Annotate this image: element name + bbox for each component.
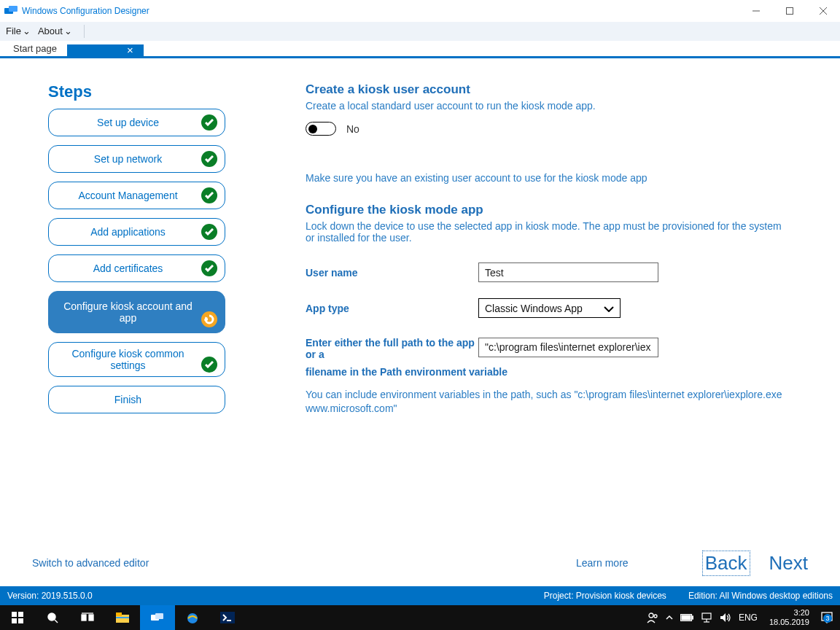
menu-bar: File⌄ About⌄ xyxy=(0,22,840,41)
battery-icon[interactable] xyxy=(680,614,693,621)
section-create-kiosk-desc: Create a local standard user account to … xyxy=(306,100,787,112)
switch-to-advanced-link[interactable]: Switch to advanced editor xyxy=(32,557,149,569)
pending-icon xyxy=(201,311,217,327)
menu-about[interactable]: About⌄ xyxy=(38,26,72,36)
svg-rect-3 xyxy=(787,8,793,15)
step-label: Finish xyxy=(114,394,141,405)
svg-rect-13 xyxy=(89,615,93,621)
tab-project[interactable]: × xyxy=(67,44,144,56)
learn-more-link[interactable]: Learn more xyxy=(576,557,629,569)
svg-line-11 xyxy=(55,620,58,623)
apptype-value: Classic Windows App xyxy=(485,303,583,314)
search-button[interactable] xyxy=(35,605,70,630)
menu-file[interactable]: File⌄ xyxy=(6,26,31,36)
status-edition-label: Edition: xyxy=(688,591,718,601)
path-label-part1: Enter either the full path to the app or… xyxy=(306,334,478,360)
step-label: Configure kiosk common settings xyxy=(56,348,200,371)
svg-rect-19 xyxy=(155,613,163,619)
chevron-down-icon xyxy=(604,303,614,314)
clock[interactable]: 3:20 18.05.2019 xyxy=(765,608,814,627)
tab-start-page[interactable]: Start page xyxy=(6,41,67,56)
svg-rect-8 xyxy=(12,618,17,623)
check-icon xyxy=(201,114,217,131)
step-finish[interactable]: Finish xyxy=(48,386,225,413)
svg-marker-31 xyxy=(720,613,726,622)
step-label: Account Management xyxy=(78,190,177,201)
check-icon xyxy=(201,151,217,167)
create-kiosk-user-toggle[interactable] xyxy=(306,122,336,136)
check-icon xyxy=(201,357,217,373)
language-indicator[interactable]: ENG xyxy=(739,612,758,623)
username-label: User name xyxy=(306,267,478,279)
check-icon xyxy=(201,260,217,276)
taskbar-internet-explorer[interactable] xyxy=(175,605,210,630)
svg-rect-9 xyxy=(18,618,23,623)
step-label: Set up network xyxy=(94,153,162,165)
check-icon xyxy=(201,224,217,240)
status-bar: Version: 2019.515.0.0 Project: Provision… xyxy=(0,586,840,605)
step-add-certificates[interactable]: Add certificates xyxy=(48,254,225,282)
svg-rect-12 xyxy=(82,615,86,621)
back-button[interactable]: Back xyxy=(704,552,749,575)
step-account-management[interactable]: Account Management xyxy=(48,182,225,209)
task-view-button[interactable] xyxy=(70,605,105,630)
apptype-label: App type xyxy=(306,303,478,314)
status-project-label: Project: xyxy=(544,591,574,601)
action-center-icon[interactable]: 3 xyxy=(821,612,833,623)
step-set-up-device[interactable]: Set up device xyxy=(48,109,225,136)
app-path-input[interactable] xyxy=(478,338,658,357)
start-button[interactable] xyxy=(0,605,35,630)
svg-point-24 xyxy=(654,615,657,618)
volume-icon[interactable] xyxy=(720,612,731,623)
app-icon xyxy=(4,6,18,16)
step-add-applications[interactable]: Add applications xyxy=(48,218,225,246)
section-configure-app-heading: Configure the kiosk mode app xyxy=(306,203,787,217)
network-icon[interactable] xyxy=(701,612,712,623)
apptype-select[interactable]: Classic Windows App xyxy=(478,298,621,318)
step-label: Configure kiosk account and app xyxy=(56,296,200,324)
step-configure-kiosk-account[interactable]: Configure kiosk account and app xyxy=(48,291,225,333)
section-configure-app-desc: Lock down the device to use the selected… xyxy=(306,220,787,244)
path-label-part2: filename in the Path environment variabl… xyxy=(306,366,787,378)
window-maximize-button[interactable] xyxy=(773,0,806,22)
svg-rect-28 xyxy=(702,613,711,619)
path-help-text: You can include environment variables in… xyxy=(306,388,787,416)
step-label: Add certificates xyxy=(93,262,163,274)
svg-rect-6 xyxy=(12,612,17,617)
svg-point-10 xyxy=(48,613,55,621)
status-version: Version: 2019.515.0.0 xyxy=(7,591,93,601)
window-close-button[interactable] xyxy=(806,0,840,22)
status-edition: Edition: All Windows desktop editions xyxy=(688,591,833,601)
step-set-up-network[interactable]: Set up network xyxy=(48,145,225,173)
taskbar-file-explorer[interactable] xyxy=(105,605,140,630)
content-area: Create a kiosk user account Create a loc… xyxy=(306,82,787,580)
chevron-down-icon: ⌄ xyxy=(23,26,31,36)
clock-date: 18.05.2019 xyxy=(769,618,809,627)
window-title: Windows Configuration Designer xyxy=(22,6,739,16)
svg-rect-7 xyxy=(18,612,23,617)
steps-heading: Steps xyxy=(48,82,225,101)
notification-count-badge: 3 xyxy=(823,614,832,623)
username-input[interactable] xyxy=(478,262,658,282)
taskbar-powershell[interactable] xyxy=(210,605,245,630)
svg-rect-27 xyxy=(682,615,691,620)
next-button[interactable]: Next xyxy=(769,552,808,575)
menu-file-label: File xyxy=(6,26,21,36)
svg-rect-1 xyxy=(9,6,18,12)
step-configure-kiosk-common[interactable]: Configure kiosk common settings xyxy=(48,342,225,377)
svg-rect-16 xyxy=(116,612,122,616)
section-create-kiosk-heading: Create a kiosk user account xyxy=(306,82,787,97)
taskbar-wcd-app[interactable] xyxy=(140,605,175,630)
svg-rect-21 xyxy=(220,612,235,623)
work-area: Steps Set up device Set up network Accou… xyxy=(0,61,840,580)
chevron-up-icon[interactable] xyxy=(666,615,673,621)
close-icon[interactable]: × xyxy=(127,47,133,54)
menu-separator xyxy=(84,25,85,38)
window-titlebar: Windows Configuration Designer xyxy=(0,0,840,22)
check-icon xyxy=(201,187,217,203)
svg-rect-17 xyxy=(116,617,129,618)
existing-account-info: Make sure you have an existing user acco… xyxy=(306,172,787,184)
status-project: Project: Provision kiosk devices xyxy=(544,591,666,601)
people-icon[interactable] xyxy=(647,612,658,623)
window-minimize-button[interactable] xyxy=(739,0,773,22)
